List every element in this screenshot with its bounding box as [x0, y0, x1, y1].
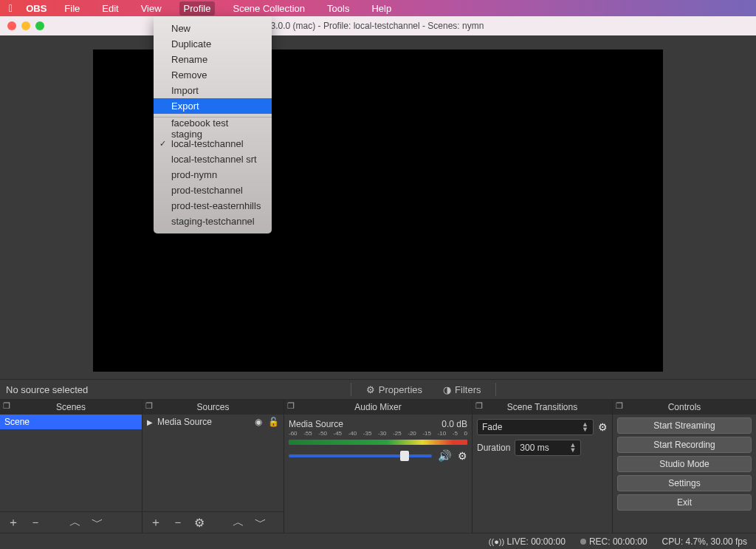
lock-icon[interactable]: 🔓 [268, 417, 279, 427]
sources-list[interactable]: ▶ Media Source ◉ 🔓 [142, 415, 284, 511]
filters-label: Filters [455, 384, 481, 395]
mixer-settings-button[interactable]: ⚙ [458, 450, 467, 462]
audio-meter [289, 440, 467, 445]
menu-tools[interactable]: Tools [323, 1, 354, 16]
updown-icon: ▲▼ [569, 443, 576, 453]
window-content: No source selected ⚙Properties ◑Filters … [0, 35, 756, 549]
popout-icon[interactable]: ❐ [616, 401, 623, 411]
mixer-channel: Media Source 0.0 dB -60-55-50-45-40-35-3… [284, 415, 472, 463]
scenes-footer: ＋ － ︿ ﹀ [0, 511, 142, 533]
popout-icon[interactable]: ❐ [145, 401, 153, 411]
system-menubar:  OBS File Edit View Profile Scene Colle… [0, 0, 756, 16]
studio-mode-button[interactable]: Studio Mode [617, 456, 752, 472]
filters-button[interactable]: ◑Filters [437, 382, 487, 398]
menu-scene-collection[interactable]: Scene Collection [228, 1, 309, 16]
controls-header[interactable]: ❐Controls [613, 400, 756, 415]
status-bar: ((●)) LIVE: 00:00:00 REC: 00:00:00 CPU: … [0, 533, 756, 549]
menu-view[interactable]: View [137, 1, 166, 16]
slider-thumb[interactable] [400, 451, 409, 461]
record-dot-icon [580, 539, 586, 545]
window-zoom-button[interactable] [35, 21, 44, 30]
source-down-button[interactable]: ﹀ [255, 515, 267, 531]
sources-dock: ❐Sources ▶ Media Source ◉ 🔓 ＋ － ⚙ [142, 400, 284, 533]
window-close-button[interactable] [7, 21, 16, 30]
exit-button[interactable]: Exit [617, 494, 752, 511]
source-toolbar: No source selected ⚙Properties ◑Filters [0, 379, 756, 400]
separator [351, 383, 351, 396]
profile-item-local-testchannel[interactable]: ✓local-testchannel [154, 136, 272, 151]
add-source-button[interactable]: ＋ [150, 515, 162, 531]
profile-item-prod-nymn[interactable]: prod-nymn [154, 167, 272, 183]
transitions-title: Scene Transitions [507, 402, 577, 412]
mute-button[interactable]: 🔊 [438, 449, 452, 463]
profile-menu-new[interactable]: New [154, 21, 272, 36]
popout-icon[interactable]: ❐ [287, 401, 295, 411]
audio-mixer-dock: ❐Audio Mixer Media Source 0.0 dB -60-55-… [284, 400, 472, 533]
mixer-header[interactable]: ❐Audio Mixer [284, 400, 472, 415]
popout-icon[interactable]: ❐ [475, 401, 483, 411]
filters-icon: ◑ [443, 384, 451, 395]
profile-item-facebook-test-staging[interactable]: facebook test staging [154, 120, 272, 136]
profile-item-prod-testchannel[interactable]: prod-testchannel [154, 183, 272, 198]
scene-up-button[interactable]: ︿ [69, 515, 81, 531]
start-recording-button[interactable]: Start Recording [617, 437, 752, 453]
menu-help[interactable]: Help [367, 1, 396, 16]
scene-down-button[interactable]: ﹀ [92, 515, 103, 531]
remove-scene-button[interactable]: － [30, 515, 41, 531]
sources-footer: ＋ － ⚙ ︿ ﹀ [142, 511, 284, 533]
scene-item[interactable]: Scene [0, 415, 142, 429]
no-source-label: No source selected [6, 384, 88, 395]
gear-icon: ⚙ [366, 384, 375, 395]
profile-menu-export[interactable]: Export [154, 98, 272, 114]
transitions-body: Fade ▲▼ ⚙ Duration 300 ms ▲▼ [472, 415, 612, 533]
scenes-dock: ❐Scenes Scene ＋ － ︿ ﹀ [0, 400, 142, 533]
checkmark-icon: ✓ [159, 139, 166, 149]
meter-scale: -60-55-50-45-40-35-30-25-20-15-10-50 [289, 430, 467, 437]
play-icon: ▶ [147, 418, 153, 426]
apple-menu-icon[interactable]:  [9, 2, 13, 14]
scenes-header[interactable]: ❐Scenes [0, 400, 142, 415]
remove-source-button[interactable]: － [172, 515, 184, 531]
updown-icon: ▲▼ [582, 422, 588, 432]
add-scene-button[interactable]: ＋ [7, 515, 19, 531]
menu-file[interactable]: File [60, 1, 84, 16]
transition-select[interactable]: Fade ▲▼ [477, 419, 594, 435]
start-streaming-button[interactable]: Start Streaming [617, 417, 752, 434]
profile-menu-rename[interactable]: Rename [154, 52, 272, 67]
source-up-button[interactable]: ︿ [233, 515, 244, 531]
dock-row: ❐Scenes Scene ＋ － ︿ ﹀ ❐Sources ▶ [0, 400, 756, 533]
settings-button[interactable]: Settings [617, 475, 752, 491]
window-minimize-button[interactable] [21, 21, 30, 30]
menu-profile[interactable]: Profile [179, 1, 216, 16]
profile-item-staging-testchannel[interactable]: staging-testchannel [154, 214, 272, 229]
mixer-body: Media Source 0.0 dB -60-55-50-45-40-35-3… [284, 415, 472, 533]
properties-label: Properties [379, 384, 422, 395]
menu-edit[interactable]: Edit [97, 1, 123, 16]
profile-item-prod-test-easternhills[interactable]: prod-test-easternhills [154, 198, 272, 214]
profile-menu-remove[interactable]: Remove [154, 67, 272, 83]
obs-window: 3.0.0 (mac) - Profile: local-testchannel… [0, 16, 756, 549]
duration-label: Duration [477, 443, 510, 453]
visibility-icon[interactable]: ◉ [255, 417, 262, 427]
profile-item-local-testchannel-srt[interactable]: local-testchannel srt [154, 151, 272, 167]
transition-select-value: Fade [482, 422, 502, 432]
source-properties-button[interactable]: ⚙ [194, 516, 205, 530]
sources-header[interactable]: ❐Sources [142, 400, 284, 415]
scenes-title: Scenes [56, 402, 86, 412]
profile-item-label: local-testchannel [171, 138, 244, 149]
broadcast-icon: ((●)) [489, 537, 504, 546]
profile-menu-duplicate[interactable]: Duplicate [154, 36, 272, 52]
properties-button[interactable]: ⚙Properties [360, 382, 428, 398]
app-name[interactable]: OBS [26, 3, 47, 14]
transitions-dock: ❐Scene Transitions Fade ▲▼ ⚙ Duration 30… [472, 400, 612, 533]
window-traffic-lights [7, 21, 44, 30]
duration-spinner[interactable]: 300 ms ▲▼ [515, 440, 581, 456]
scenes-list[interactable]: Scene [0, 415, 142, 511]
profile-menu-import[interactable]: Import [154, 83, 272, 98]
volume-slider[interactable] [289, 454, 432, 457]
transition-settings-button[interactable]: ⚙ [598, 421, 608, 433]
transitions-header[interactable]: ❐Scene Transitions [472, 400, 612, 415]
profile-dropdown: New Duplicate Rename Remove Import Expor… [154, 16, 272, 233]
popout-icon[interactable]: ❐ [3, 401, 10, 411]
source-item[interactable]: ▶ Media Source ◉ 🔓 [142, 415, 284, 429]
